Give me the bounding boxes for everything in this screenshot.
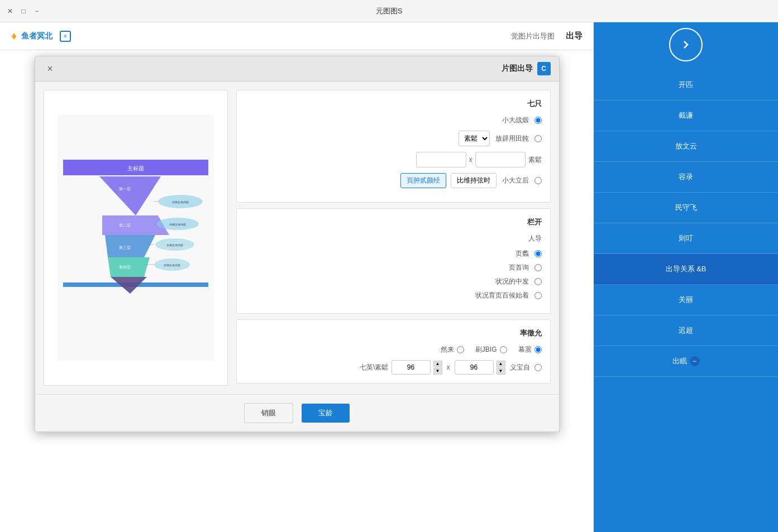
logo-icon: ♦	[11, 30, 17, 42]
sidebar-item-export-main[interactable]: 出眠 −	[594, 346, 778, 377]
sidebar-item-guanli[interactable]: 关丽	[594, 285, 778, 315]
dpi-up-btn-1[interactable]: ▲	[433, 361, 442, 367]
dpi-separator: x	[447, 363, 450, 371]
height-input[interactable]: 1122.52	[475, 152, 526, 167]
sidebar-item-minshou[interactable]: 民守飞	[594, 193, 778, 223]
sidebar-top-button[interactable]	[669, 28, 703, 61]
dpi-up-btn-2[interactable]: ▲	[497, 361, 505, 367]
close-window-button[interactable]: ✕	[6, 7, 15, 16]
minimize-window-button[interactable]: −	[32, 7, 41, 16]
title-bar: ✕ □ − 元图图S	[0, 0, 778, 22]
size-dimensions-row: 793.701 x 1122.52 素鬆	[245, 152, 542, 167]
dimension-inputs: 793.701 x 1122.52 素鬆	[416, 152, 542, 167]
current-page-btn[interactable]: 頁肿贰颜经	[400, 173, 446, 188]
preview-panel: 主标题	[44, 90, 228, 386]
unit-dropdown[interactable]: 素鬆	[459, 131, 490, 146]
other-dpi-radio[interactable]	[457, 346, 464, 353]
all-pages-label: 页蠡	[516, 249, 529, 258]
svg-text:第二层: 第二层	[118, 223, 130, 227]
export-minus-icon: −	[690, 356, 700, 366]
window-title: 元图图S	[376, 6, 403, 16]
dpi-custom-label: 义宝自	[510, 363, 530, 372]
dpi-stepper-2[interactable]: ▲ ▼	[497, 361, 505, 375]
dialog-body: 主标题	[35, 82, 559, 394]
maximize-window-button[interactable]: □	[19, 7, 28, 16]
maintain-ratio-btn[interactable]: 比维持弦时	[451, 173, 497, 188]
dpi-stepper-1[interactable]: ▲ ▼	[433, 361, 442, 375]
svg-text:主标题: 主标题	[127, 165, 144, 171]
sidebar-item-label: 截谦	[679, 111, 693, 121]
odd-pages-label: 状况的中发	[495, 277, 529, 286]
current-page-radio[interactable]	[534, 264, 542, 271]
fixed-size-radio[interactable]	[534, 177, 542, 184]
sidebar-item-label: 关丽	[679, 295, 693, 305]
svg-text:第四层: 第四层	[118, 265, 130, 269]
print-dpi-option: 刷JBIG	[475, 345, 507, 354]
dpi-down-btn-2[interactable]: ▼	[497, 368, 505, 375]
custom-dpi-radio[interactable]	[534, 364, 542, 371]
print-dpi-radio[interactable]	[500, 346, 507, 353]
current-page-label: 页首询	[509, 263, 529, 272]
sidebar-item-jiequan[interactable]: 截谦	[594, 100, 778, 131]
other-dpi-label: 然来	[441, 345, 454, 354]
dpi-section-title: 率徵允	[245, 328, 542, 338]
size-option-fixed: 頁肿贰颜经 比维持弦时 小大立后	[245, 173, 542, 188]
sidebar-item-label: 放文云	[675, 141, 697, 151]
content-area: ♦ 鱼者冥北 ≡ 觉图片出导图 出导 ×	[0, 22, 594, 532]
current-page-row: 页首询	[245, 263, 542, 272]
page-range-section: 栏开 人导 页蠡 页首询	[236, 208, 551, 314]
width-input[interactable]: 793.701	[416, 152, 466, 167]
dialog-title-text: 片图出导	[502, 64, 533, 74]
screen-dpi-option: 然来	[441, 345, 464, 354]
dpi-custom-row: 七英\素鬆 96 ▲ ▼ x 96	[245, 360, 542, 375]
custom-range-label: 状况育页百候始着	[475, 291, 529, 300]
export-dialog: × 片图出导 C	[35, 56, 560, 432]
size-section: 七只 小大战煅 素鬆	[236, 90, 551, 203]
size-section-title: 七只	[245, 99, 542, 109]
dpi-down-btn-1[interactable]: ▼	[433, 368, 442, 375]
sidebar-item-label: 则叮	[679, 233, 693, 243]
svg-text:第三层: 第三层	[118, 246, 130, 250]
content-body: × 片图出导 C	[0, 50, 594, 532]
all-pages-radio[interactable]	[534, 250, 542, 257]
custom-range-radio[interactable]	[534, 292, 542, 299]
fit-page-label: 小大战煅	[502, 116, 529, 125]
size-buttons: 頁肿贰颜经 比维持弦时	[400, 173, 497, 188]
odd-pages-radio[interactable]	[534, 278, 542, 285]
sidebar-item-yunwen[interactable]: 放文云	[594, 131, 778, 162]
logo-badge: ≡	[60, 31, 71, 42]
dialog-title-icon: C	[537, 62, 551, 75]
page-range-title: 栏开	[245, 217, 542, 227]
sidebar-item-label: 迟超	[679, 325, 693, 336]
window-controls[interactable]: ✕ □ −	[0, 7, 41, 16]
sidebar-item-label: 民守飞	[675, 203, 697, 213]
svg-text:示例文本内容: 示例文本内容	[164, 263, 180, 267]
dpi-value-1[interactable]: 96	[392, 360, 431, 375]
dialog-title: 片图出导 C	[502, 62, 551, 75]
custom-range-row: 状况育页百候始着	[245, 291, 542, 300]
fit-page-radio[interactable]	[534, 117, 542, 124]
export-button[interactable]: 宝龄	[302, 404, 350, 423]
dpi-value-2[interactable]: 96	[455, 360, 494, 375]
sidebar-item-export-relation[interactable]: 出导关系 &B	[594, 254, 778, 285]
right-sidebar: 开匹 截谦 放文云 容录 民守飞 则叮 出导关系 &B 关丽 迟超 出眠 −	[594, 22, 778, 532]
dialog-close-button[interactable]: ×	[44, 62, 57, 75]
custom-size-label: 放辟用田飩	[495, 134, 529, 143]
screen-dpi-radio[interactable]	[534, 346, 542, 353]
custom-size-radio[interactable]	[534, 135, 542, 142]
dialog-header: × 片图出导 C	[35, 56, 559, 82]
header-subtitle: 觉图片出导图	[511, 31, 555, 41]
cancel-button[interactable]: 销眼	[244, 403, 293, 423]
page-range-label-row: 人导	[245, 234, 542, 243]
unit-label: 素鬆	[528, 155, 542, 165]
dpi-input-group-2: 96 ▲ ▼	[455, 360, 505, 375]
sidebar-item-chao[interactable]: 迟超	[594, 315, 778, 346]
screen-main-dpi-option: 幕罴	[518, 345, 542, 354]
sidebar-item-rong[interactable]: 容录	[594, 162, 778, 193]
dpi-section: 率徵允 然来 刷JBIG	[236, 319, 551, 384]
preview-image: 主标题	[50, 107, 222, 369]
sidebar-item-ding[interactable]: 则叮	[594, 223, 778, 254]
sidebar-item-kaipian[interactable]: 开匹	[594, 70, 778, 100]
size-option-custom: 素鬆 放辟用田飩	[245, 131, 542, 146]
sidebar-item-label: 出眠	[672, 356, 687, 366]
